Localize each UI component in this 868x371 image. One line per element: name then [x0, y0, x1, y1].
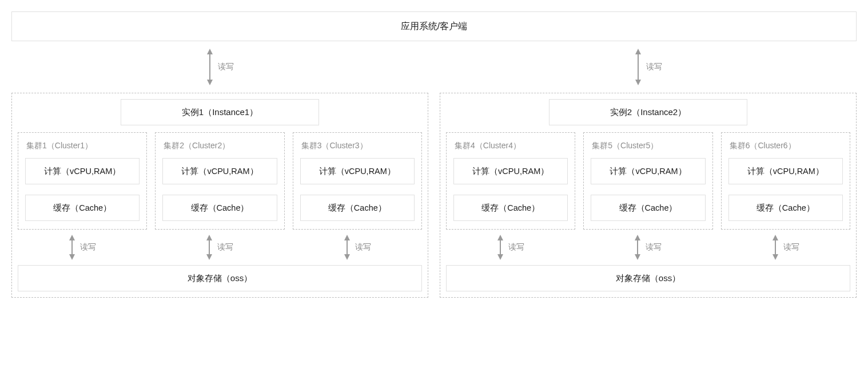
cluster-label: 集群5（Cluster5）: [591, 140, 705, 158]
instance-1-title: 实例1（Instance1）: [121, 99, 319, 125]
cluster-label: 集群2（Cluster2）: [162, 140, 277, 158]
instance-2-title: 实例2（Instance2）: [549, 99, 747, 125]
instance-2-container: 实例2（Instance2） 集群4（Cluster4） 计算（vCPU,RAM…: [440, 93, 857, 298]
compute-box: 计算（vCPU,RAM）: [162, 158, 277, 184]
cache-box: 缓存（Cache）: [300, 195, 415, 221]
instances-row: 实例1（Instance1） 集群1（Cluster1） 计算（vCPU,RAM…: [11, 93, 857, 298]
cache-box: 缓存（Cache）: [162, 195, 277, 221]
cluster-4: 集群4（Cluster4） 计算（vCPU,RAM） 缓存（Cache）: [446, 132, 575, 230]
rw-arrow: 读写: [497, 235, 524, 260]
compute-box: 计算（vCPU,RAM）: [591, 158, 705, 184]
rw-arrow: 读写: [772, 235, 799, 260]
svg-marker-8: [69, 254, 75, 260]
svg-marker-4: [635, 49, 641, 54]
compute-box: 计算（vCPU,RAM）: [728, 158, 843, 184]
svg-marker-16: [497, 235, 503, 240]
cluster-label: 集群3（Cluster3）: [300, 140, 415, 158]
svg-marker-2: [207, 80, 213, 85]
double-arrow-icon: [344, 235, 351, 260]
arrow-cell: 读写: [583, 230, 712, 265]
arrow-cell: 读写: [293, 230, 422, 265]
compute-box: 计算（vCPU,RAM）: [300, 158, 415, 184]
rw-arrow: 读写: [634, 235, 662, 260]
cache-box: 缓存（Cache）: [728, 195, 843, 221]
rw-label: 读写: [217, 242, 233, 252]
rw-label: 读写: [646, 62, 662, 72]
top-arrows-row: 读写 读写: [11, 41, 857, 93]
rw-label: 读写: [508, 242, 524, 252]
svg-marker-1: [207, 49, 213, 54]
rw-arrow: 读写: [206, 235, 233, 260]
instance-1-storage: 对象存储（oss）: [18, 265, 422, 291]
top-arrow-left-container: 读写: [11, 41, 428, 93]
rw-label: 读写: [355, 242, 371, 252]
svg-marker-19: [635, 235, 640, 240]
client-box: 应用系统/客户端: [11, 11, 857, 41]
instance-2-storage: 对象存储（oss）: [446, 265, 850, 291]
instance-1-storage-arrows: 读写 读写: [18, 230, 422, 265]
rw-label: 读写: [783, 242, 799, 252]
cluster-label: 集群4（Cluster4）: [453, 140, 568, 158]
rw-arrow: 读写: [635, 49, 662, 85]
instance-2-storage-arrows: 读写 读写: [446, 230, 850, 265]
svg-marker-17: [497, 254, 503, 260]
top-arrow-right-container: 读写: [440, 41, 857, 93]
arrow-cell: 读写: [446, 230, 575, 265]
svg-marker-5: [635, 80, 641, 85]
svg-marker-11: [206, 254, 212, 260]
cluster-5: 集群5（Cluster5） 计算（vCPU,RAM） 缓存（Cache）: [583, 132, 712, 230]
double-arrow-icon: [206, 235, 213, 260]
cluster-1: 集群1（Cluster1） 计算（vCPU,RAM） 缓存（Cache）: [18, 132, 147, 230]
instance-1-clusters: 集群1（Cluster1） 计算（vCPU,RAM） 缓存（Cache） 集群2…: [18, 132, 422, 230]
double-arrow-icon: [206, 49, 213, 85]
svg-marker-13: [344, 235, 350, 240]
cluster-6: 集群6（Cluster6） 计算（vCPU,RAM） 缓存（Cache）: [721, 132, 850, 230]
cluster-2: 集群2（Cluster2） 计算（vCPU,RAM） 缓存（Cache）: [155, 132, 284, 230]
double-arrow-icon: [635, 49, 642, 85]
arrow-cell: 读写: [721, 230, 850, 265]
double-arrow-icon: [497, 235, 504, 260]
cache-box: 缓存（Cache）: [25, 195, 140, 221]
rw-arrow: 读写: [206, 49, 234, 85]
rw-label: 读写: [80, 242, 96, 252]
compute-box: 计算（vCPU,RAM）: [453, 158, 568, 184]
rw-label: 读写: [218, 62, 234, 72]
arrow-cell: 读写: [18, 230, 147, 265]
svg-marker-23: [773, 254, 778, 260]
svg-marker-20: [635, 254, 640, 260]
double-arrow-icon: [772, 235, 779, 260]
cluster-label: 集群1（Cluster1）: [25, 140, 140, 158]
arrow-cell: 读写: [155, 230, 284, 265]
cache-box: 缓存（Cache）: [591, 195, 705, 221]
svg-marker-10: [206, 235, 212, 240]
instance-2-clusters: 集群4（Cluster4） 计算（vCPU,RAM） 缓存（Cache） 集群5…: [446, 132, 850, 230]
rw-label: 读写: [646, 242, 662, 252]
compute-box: 计算（vCPU,RAM）: [25, 158, 140, 184]
svg-marker-22: [773, 235, 778, 240]
cache-box: 缓存（Cache）: [453, 195, 568, 221]
svg-marker-7: [69, 235, 75, 240]
double-arrow-icon: [634, 235, 641, 260]
cluster-3: 集群3（Cluster3） 计算（vCPU,RAM） 缓存（Cache）: [293, 132, 422, 230]
rw-arrow: 读写: [69, 235, 96, 260]
cluster-label: 集群6（Cluster6）: [728, 140, 843, 158]
rw-arrow: 读写: [344, 235, 371, 260]
svg-marker-14: [344, 254, 350, 260]
double-arrow-icon: [69, 235, 75, 260]
instance-1-container: 实例1（Instance1） 集群1（Cluster1） 计算（vCPU,RAM…: [11, 93, 428, 298]
